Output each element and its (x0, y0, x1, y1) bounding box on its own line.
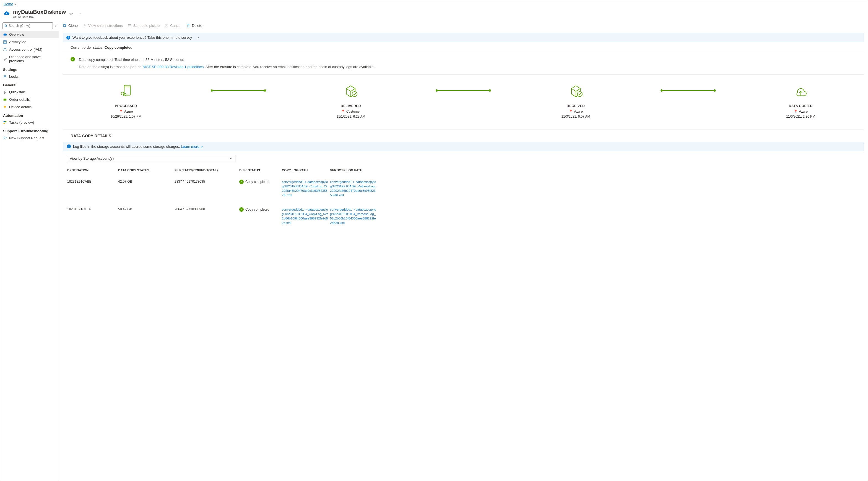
banner-text: Log files in the storage accounts will a… (73, 145, 181, 149)
copy-log-link[interactable]: convergeddbd1 > databoxcopylog/18231E91C… (282, 207, 329, 225)
status-text: Copy completed (245, 180, 270, 184)
table-row: 18231E91C1E4 58.42 GB 2864 / 62730300988… (63, 202, 864, 230)
copy-details-table: DESTINATION DATA COPY STATUS FILE STATS(… (63, 166, 864, 230)
card-icon (3, 98, 7, 101)
nav-new-support[interactable]: New Support Request (0, 134, 59, 142)
copy-log-link[interactable]: convergeddbd1 > databoxcopylog/18231E91C… (282, 180, 329, 197)
toolbar: Clone View ship instructions Schedule pi… (59, 21, 868, 30)
breadcrumb-home[interactable]: Home (4, 2, 13, 6)
verbose-log-link[interactable]: convergeddbd1 > databoxcopylog/18231E91C… (330, 207, 377, 225)
calendar-icon (128, 24, 132, 28)
nav-label: Activity log (9, 40, 26, 44)
sidebar: « Overview Activity log Access control (… (0, 21, 59, 481)
nav-diagnose[interactable]: Diagnose and solve problems (0, 53, 59, 65)
nav-tasks[interactable]: Tasks (preview) (0, 119, 59, 126)
resource-header: myDataBoxDisknew Azure Data Box ☆ ⋯ (0, 8, 868, 21)
order-status: Current order status: Copy completed (63, 42, 864, 53)
nav-order-details[interactable]: Order details (0, 96, 59, 103)
col-destination: DESTINATION (67, 169, 117, 172)
learn-more-link[interactable]: Learn more ↗ (181, 145, 203, 149)
pin-icon: 📍 (794, 110, 798, 114)
erase-text-1: Data on the disk(s) is erased as per the (79, 65, 143, 69)
trash-icon (186, 24, 190, 28)
col-copy-status: DATA COPY STATUS (118, 169, 174, 172)
nav-device-details[interactable]: Device details (0, 103, 59, 111)
svg-line-21 (166, 25, 167, 27)
verbose-log-link[interactable]: convergeddbd1 > databoxcopylog/18231E91C… (330, 180, 377, 197)
svg-rect-11 (5, 121, 6, 122)
box-check-icon (567, 83, 585, 98)
clone-button[interactable]: Clone (63, 24, 78, 28)
collapse-sidebar-icon[interactable]: « (55, 24, 56, 28)
nav-quickstart[interactable]: Quickstart (0, 88, 59, 96)
cell-destination: 18231E91CABE (67, 180, 117, 183)
progress-tracker: PROCESSED 📍Azure 10/26/2021, 1:07 PM DEL… (63, 75, 864, 129)
nav-label: New Support Request (9, 136, 44, 140)
pin-icon: 📍 (119, 110, 123, 114)
stage-processed: PROCESSED 📍Azure 10/26/2021, 1:07 PM (106, 83, 145, 118)
view-by-select[interactable]: View by Storage Account(s) (67, 155, 236, 162)
cell-stats: 2864 / 62730300988 (175, 207, 238, 211)
nav-activity-log[interactable]: Activity log (0, 38, 59, 46)
pin-icon: 📍 (341, 110, 345, 114)
connector (436, 90, 491, 91)
col-verbose-log: VERBOSE LOG PATH (330, 169, 377, 172)
erase-text-2: . After the erasure is complete, you rec… (204, 65, 375, 69)
stage-data-copied: DATA COPIED 📍Azure 11/6/2021, 2:36 PM (781, 83, 820, 118)
tasks-icon (3, 121, 7, 124)
schedule-pickup-button: Schedule pickup (128, 24, 160, 28)
nav-access-control[interactable]: Access control (IAM) (0, 46, 59, 53)
stage-title: PROCESSED (115, 104, 137, 108)
status-text: Copy completed (245, 208, 270, 211)
search-input[interactable] (8, 24, 51, 28)
log-icon (3, 40, 7, 44)
chevron-down-icon (229, 157, 232, 160)
toolbar-label: Clone (68, 24, 78, 28)
more-icon[interactable]: ⋯ (76, 11, 82, 16)
support-icon (3, 136, 7, 140)
cloud-upload-icon (792, 83, 810, 98)
cancel-icon (164, 24, 168, 28)
check-icon: ✓ (239, 207, 244, 212)
nav-overview[interactable]: Overview (0, 31, 59, 38)
toolbar-label: Schedule pickup (133, 24, 160, 28)
search-input-wrapper[interactable] (2, 23, 53, 29)
feedback-text: Want to give feedback about your experie… (72, 35, 192, 39)
nav-label: Overview (9, 32, 24, 36)
svg-point-7 (5, 48, 6, 49)
svg-rect-10 (4, 121, 5, 122)
nav-label: Device details (9, 105, 32, 109)
svg-rect-8 (4, 77, 6, 78)
lock-icon (3, 75, 7, 79)
svg-point-26 (352, 92, 357, 97)
nav-label: Quickstart (9, 90, 26, 94)
copy-complete-message: ✓ Data copy completed: Total time elapse… (63, 53, 864, 64)
stage-location: Azure (799, 110, 807, 114)
nav-group-settings: Settings (0, 65, 59, 73)
favorite-star-icon[interactable]: ☆ (69, 11, 73, 16)
svg-point-0 (5, 25, 6, 26)
nav-group-support: Support + troubleshooting (0, 126, 59, 134)
status-value: Copy completed (104, 46, 132, 50)
nav-group-general: General (0, 80, 59, 88)
svg-point-25 (123, 93, 126, 96)
feedback-arrow-icon[interactable]: → (196, 35, 199, 39)
stage-time: 11/6/2021, 2:36 PM (786, 115, 815, 118)
erase-message: Data on the disk(s) is erased as per the… (63, 64, 864, 75)
stage-time: 10/26/2021, 1:07 PM (111, 115, 141, 118)
select-value: View by Storage Account(s) (70, 156, 114, 160)
nav-locks[interactable]: Locks (0, 73, 59, 80)
svg-point-6 (4, 48, 5, 49)
svg-rect-9 (4, 98, 7, 100)
bolt-icon (3, 90, 7, 94)
status-label: Current order status: (70, 46, 104, 50)
delete-button[interactable]: Delete (186, 24, 203, 28)
cell-size: 58.42 GB (118, 207, 174, 211)
svg-line-1 (6, 26, 7, 27)
nist-link[interactable]: NIST SP 800-88 Revision 1 guidelines (143, 65, 204, 69)
stage-delivered: DELIVERED 📍Customer 11/1/2021, 6:22 AM (331, 83, 370, 118)
col-disk-status: DISK STATUS (239, 169, 281, 172)
data-copy-details-heading: DATA COPY DETAILS (63, 129, 864, 142)
stage-location: Azure (124, 110, 133, 114)
cloud-icon (3, 33, 7, 36)
